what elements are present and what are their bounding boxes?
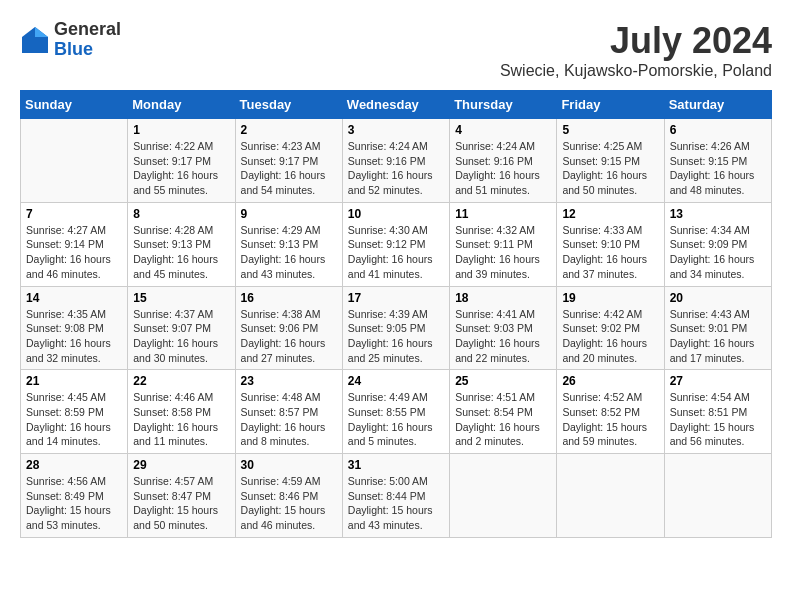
day-cell: 15Sunrise: 4:37 AM Sunset: 9:07 PM Dayli… <box>128 286 235 370</box>
day-info: Sunrise: 4:29 AM Sunset: 9:13 PM Dayligh… <box>241 223 337 282</box>
week-row-2: 7Sunrise: 4:27 AM Sunset: 9:14 PM Daylig… <box>21 202 772 286</box>
day-number: 9 <box>241 207 337 221</box>
day-number: 7 <box>26 207 122 221</box>
day-number: 16 <box>241 291 337 305</box>
day-cell: 29Sunrise: 4:57 AM Sunset: 8:47 PM Dayli… <box>128 454 235 538</box>
day-cell: 30Sunrise: 4:59 AM Sunset: 8:46 PM Dayli… <box>235 454 342 538</box>
header-cell-sunday: Sunday <box>21 91 128 119</box>
day-info: Sunrise: 4:57 AM Sunset: 8:47 PM Dayligh… <box>133 474 229 533</box>
calendar-body: 1Sunrise: 4:22 AM Sunset: 9:17 PM Daylig… <box>21 119 772 538</box>
day-info: Sunrise: 4:56 AM Sunset: 8:49 PM Dayligh… <box>26 474 122 533</box>
day-info: Sunrise: 4:43 AM Sunset: 9:01 PM Dayligh… <box>670 307 766 366</box>
day-number: 31 <box>348 458 444 472</box>
day-cell: 12Sunrise: 4:33 AM Sunset: 9:10 PM Dayli… <box>557 202 664 286</box>
day-cell: 7Sunrise: 4:27 AM Sunset: 9:14 PM Daylig… <box>21 202 128 286</box>
day-info: Sunrise: 4:49 AM Sunset: 8:55 PM Dayligh… <box>348 390 444 449</box>
day-cell: 13Sunrise: 4:34 AM Sunset: 9:09 PM Dayli… <box>664 202 771 286</box>
day-info: Sunrise: 4:26 AM Sunset: 9:15 PM Dayligh… <box>670 139 766 198</box>
day-info: Sunrise: 4:52 AM Sunset: 8:52 PM Dayligh… <box>562 390 658 449</box>
day-cell: 17Sunrise: 4:39 AM Sunset: 9:05 PM Dayli… <box>342 286 449 370</box>
day-number: 18 <box>455 291 551 305</box>
day-info: Sunrise: 4:35 AM Sunset: 9:08 PM Dayligh… <box>26 307 122 366</box>
day-cell: 23Sunrise: 4:48 AM Sunset: 8:57 PM Dayli… <box>235 370 342 454</box>
header-row: SundayMondayTuesdayWednesdayThursdayFrid… <box>21 91 772 119</box>
day-info: Sunrise: 4:27 AM Sunset: 9:14 PM Dayligh… <box>26 223 122 282</box>
day-info: Sunrise: 4:48 AM Sunset: 8:57 PM Dayligh… <box>241 390 337 449</box>
day-info: Sunrise: 4:38 AM Sunset: 9:06 PM Dayligh… <box>241 307 337 366</box>
day-info: Sunrise: 4:41 AM Sunset: 9:03 PM Dayligh… <box>455 307 551 366</box>
header-cell-thursday: Thursday <box>450 91 557 119</box>
day-info: Sunrise: 4:39 AM Sunset: 9:05 PM Dayligh… <box>348 307 444 366</box>
day-number: 15 <box>133 291 229 305</box>
day-cell: 26Sunrise: 4:52 AM Sunset: 8:52 PM Dayli… <box>557 370 664 454</box>
day-cell: 3Sunrise: 4:24 AM Sunset: 9:16 PM Daylig… <box>342 119 449 203</box>
day-info: Sunrise: 4:28 AM Sunset: 9:13 PM Dayligh… <box>133 223 229 282</box>
day-number: 22 <box>133 374 229 388</box>
day-cell: 6Sunrise: 4:26 AM Sunset: 9:15 PM Daylig… <box>664 119 771 203</box>
day-info: Sunrise: 4:45 AM Sunset: 8:59 PM Dayligh… <box>26 390 122 449</box>
week-row-1: 1Sunrise: 4:22 AM Sunset: 9:17 PM Daylig… <box>21 119 772 203</box>
day-cell: 5Sunrise: 4:25 AM Sunset: 9:15 PM Daylig… <box>557 119 664 203</box>
week-row-4: 21Sunrise: 4:45 AM Sunset: 8:59 PM Dayli… <box>21 370 772 454</box>
day-cell: 2Sunrise: 4:23 AM Sunset: 9:17 PM Daylig… <box>235 119 342 203</box>
day-cell: 1Sunrise: 4:22 AM Sunset: 9:17 PM Daylig… <box>128 119 235 203</box>
day-cell: 28Sunrise: 4:56 AM Sunset: 8:49 PM Dayli… <box>21 454 128 538</box>
main-title: July 2024 <box>500 20 772 62</box>
day-info: Sunrise: 5:00 AM Sunset: 8:44 PM Dayligh… <box>348 474 444 533</box>
day-info: Sunrise: 4:37 AM Sunset: 9:07 PM Dayligh… <box>133 307 229 366</box>
day-info: Sunrise: 4:46 AM Sunset: 8:58 PM Dayligh… <box>133 390 229 449</box>
day-cell: 19Sunrise: 4:42 AM Sunset: 9:02 PM Dayli… <box>557 286 664 370</box>
day-cell: 27Sunrise: 4:54 AM Sunset: 8:51 PM Dayli… <box>664 370 771 454</box>
day-info: Sunrise: 4:30 AM Sunset: 9:12 PM Dayligh… <box>348 223 444 282</box>
logo-text: General Blue <box>54 20 121 60</box>
day-cell: 20Sunrise: 4:43 AM Sunset: 9:01 PM Dayli… <box>664 286 771 370</box>
day-number: 3 <box>348 123 444 137</box>
calendar-table: SundayMondayTuesdayWednesdayThursdayFrid… <box>20 90 772 538</box>
day-cell: 21Sunrise: 4:45 AM Sunset: 8:59 PM Dayli… <box>21 370 128 454</box>
day-info: Sunrise: 4:24 AM Sunset: 9:16 PM Dayligh… <box>348 139 444 198</box>
day-number: 14 <box>26 291 122 305</box>
week-row-5: 28Sunrise: 4:56 AM Sunset: 8:49 PM Dayli… <box>21 454 772 538</box>
day-cell: 9Sunrise: 4:29 AM Sunset: 9:13 PM Daylig… <box>235 202 342 286</box>
day-number: 12 <box>562 207 658 221</box>
svg-marker-1 <box>35 27 48 37</box>
day-number: 13 <box>670 207 766 221</box>
day-number: 1 <box>133 123 229 137</box>
day-cell <box>21 119 128 203</box>
day-info: Sunrise: 4:51 AM Sunset: 8:54 PM Dayligh… <box>455 390 551 449</box>
day-info: Sunrise: 4:33 AM Sunset: 9:10 PM Dayligh… <box>562 223 658 282</box>
day-number: 26 <box>562 374 658 388</box>
day-info: Sunrise: 4:34 AM Sunset: 9:09 PM Dayligh… <box>670 223 766 282</box>
day-cell: 24Sunrise: 4:49 AM Sunset: 8:55 PM Dayli… <box>342 370 449 454</box>
day-info: Sunrise: 4:25 AM Sunset: 9:15 PM Dayligh… <box>562 139 658 198</box>
day-cell: 25Sunrise: 4:51 AM Sunset: 8:54 PM Dayli… <box>450 370 557 454</box>
day-number: 17 <box>348 291 444 305</box>
day-number: 4 <box>455 123 551 137</box>
calendar-header: SundayMondayTuesdayWednesdayThursdayFrid… <box>21 91 772 119</box>
day-number: 11 <box>455 207 551 221</box>
header-cell-tuesday: Tuesday <box>235 91 342 119</box>
logo: General Blue <box>20 20 121 60</box>
day-number: 30 <box>241 458 337 472</box>
day-cell <box>450 454 557 538</box>
day-number: 20 <box>670 291 766 305</box>
title-area: July 2024 Swiecie, Kujawsko-Pomorskie, P… <box>500 20 772 80</box>
header-cell-friday: Friday <box>557 91 664 119</box>
day-number: 28 <box>26 458 122 472</box>
day-number: 10 <box>348 207 444 221</box>
day-number: 25 <box>455 374 551 388</box>
day-info: Sunrise: 4:22 AM Sunset: 9:17 PM Dayligh… <box>133 139 229 198</box>
day-cell <box>664 454 771 538</box>
day-number: 19 <box>562 291 658 305</box>
day-cell: 10Sunrise: 4:30 AM Sunset: 9:12 PM Dayli… <box>342 202 449 286</box>
logo-general: General <box>54 20 121 40</box>
header-cell-monday: Monday <box>128 91 235 119</box>
day-info: Sunrise: 4:54 AM Sunset: 8:51 PM Dayligh… <box>670 390 766 449</box>
logo-blue: Blue <box>54 40 121 60</box>
week-row-3: 14Sunrise: 4:35 AM Sunset: 9:08 PM Dayli… <box>21 286 772 370</box>
day-cell: 31Sunrise: 5:00 AM Sunset: 8:44 PM Dayli… <box>342 454 449 538</box>
day-cell <box>557 454 664 538</box>
day-cell: 16Sunrise: 4:38 AM Sunset: 9:06 PM Dayli… <box>235 286 342 370</box>
logo-icon <box>20 25 50 55</box>
day-info: Sunrise: 4:59 AM Sunset: 8:46 PM Dayligh… <box>241 474 337 533</box>
